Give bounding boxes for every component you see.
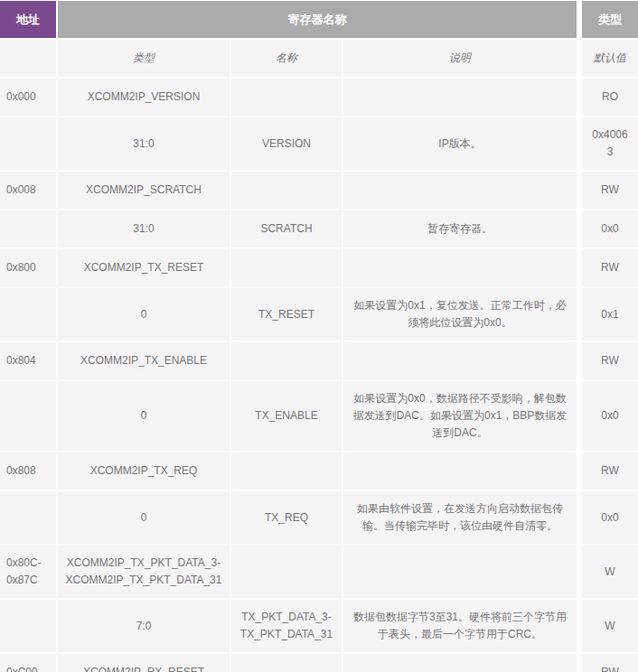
description-cell: [343, 79, 577, 116]
description-cell: [343, 172, 577, 209]
description-cell: [343, 342, 577, 379]
description-cell: [343, 546, 577, 598]
bits-cell: 0: [58, 288, 230, 341]
register-map-table: 地址 寄存器名称 类型 类型 名称 说明 默认值 0x000XCOMM2IP_V…: [0, 0, 638, 672]
bits-cell: 7:0: [58, 600, 230, 652]
description-cell: [343, 453, 577, 490]
bits-cell: 0: [58, 491, 230, 544]
address-cell: [0, 288, 56, 341]
address-cell: [0, 600, 56, 652]
access-type-cell: RW: [578, 172, 638, 209]
field-name-cell: [231, 249, 342, 286]
register-name-cell: XCOMM2IP_SCRATCH: [58, 172, 230, 209]
description-cell: [343, 654, 577, 672]
subheader-default: 默认值: [578, 40, 638, 77]
subheader-type: 类型: [58, 40, 230, 77]
default-value-cell: 0x0: [578, 381, 638, 451]
address-cell: 0x804: [0, 342, 56, 379]
description-cell: 如果设置为0x0，数据路径不受影响，解包数据发送到DAC。如果设置为0x1，BB…: [343, 381, 577, 451]
description-cell: IP版本。: [343, 117, 577, 170]
address-cell: 0x800: [0, 249, 56, 286]
header-register-name: 寄存器名称: [58, 1, 577, 38]
bits-cell: 0: [58, 381, 230, 451]
field-name-cell: TX_ENABLE: [231, 381, 342, 451]
description-cell: 如果设置为0x1，复位发送。正常工作时，必须将此位设置为0x0。: [343, 288, 577, 341]
default-value-cell: 0x40063: [578, 117, 638, 170]
description-cell: 数据包数据字节3至31。硬件将前三个字节用于表头，最后一个字节用于CRC。: [343, 600, 577, 652]
field-name-cell: TX_RESET: [231, 288, 342, 341]
default-value-cell: 0x0: [578, 210, 638, 247]
register-name-cell: XCOMM2IP_TX_ENABLE: [58, 342, 230, 379]
register-name-cell: XCOMM2IP_TX_PKT_DATA_3-XCOMM2IP_TX_PKT_D…: [58, 546, 230, 598]
subheader-description: 说明: [343, 40, 577, 77]
access-type-cell: W: [578, 546, 638, 598]
field-name-cell: [231, 342, 342, 379]
default-value-cell: W: [578, 600, 638, 652]
description-cell: 如果由软件设置，在发送方向启动数据包传输。当传输完毕时，该位由硬件自清零。: [343, 491, 577, 544]
address-cell: [0, 210, 56, 247]
address-cell: 0x008: [0, 172, 56, 209]
field-name-cell: [231, 654, 342, 672]
field-name-cell: TX_REQ: [231, 491, 342, 544]
default-value-cell: 0x1: [578, 288, 638, 341]
access-type-cell: RO: [578, 79, 638, 116]
access-type-cell: RW: [578, 453, 638, 490]
subheader-address-spacer: [0, 40, 56, 77]
address-cell: 0xC00: [0, 654, 56, 672]
field-name-cell: [231, 172, 342, 209]
address-cell: 0x808: [0, 453, 56, 490]
bits-cell: 31:0: [58, 117, 230, 170]
bits-cell: 31:0: [58, 210, 230, 247]
access-type-cell: RW: [578, 654, 638, 672]
access-type-cell: RW: [578, 249, 638, 286]
description-cell: 暂存寄存器。: [343, 210, 577, 247]
default-value-cell: 0x0: [578, 491, 638, 544]
register-name-cell: XCOMM2IP_VERSION: [58, 79, 230, 116]
field-name-cell: [231, 453, 342, 490]
address-cell: 0x000: [0, 79, 56, 116]
address-cell: [0, 381, 56, 451]
field-name-cell: SCRATCH: [231, 210, 342, 247]
register-name-cell: XCOMM2IP_TX_REQ: [58, 453, 230, 490]
field-name-cell: TX_PKT_DATA_3-TX_PKT_DATA_31: [231, 600, 342, 652]
access-type-cell: RW: [578, 342, 638, 379]
field-name-cell: VERSION: [231, 117, 342, 170]
register-name-cell: XCOMM2IP_TX_RESET: [58, 249, 230, 286]
address-cell: [0, 117, 56, 170]
subheader-name: 名称: [231, 40, 342, 77]
header-address: 地址: [0, 1, 56, 38]
header-type: 类型: [578, 1, 638, 38]
register-name-cell: XCOMM2IP_RX_RESET: [58, 654, 230, 672]
field-name-cell: [231, 79, 342, 116]
address-cell: 0x80C-0x87C: [0, 546, 56, 598]
description-cell: [343, 249, 577, 286]
field-name-cell: [231, 546, 342, 598]
address-cell: [0, 491, 56, 544]
